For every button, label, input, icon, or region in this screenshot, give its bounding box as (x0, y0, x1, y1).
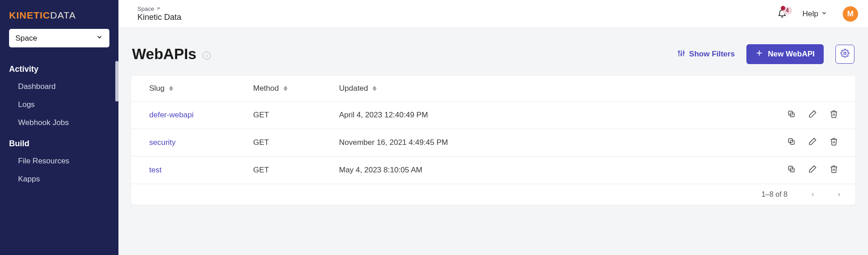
help-label: Help (802, 9, 818, 19)
edit-icon[interactable] (808, 110, 817, 121)
show-filters-button[interactable]: Show Filters (677, 49, 735, 60)
sort-icon (169, 86, 173, 91)
sort-icon (373, 86, 377, 91)
page-content: WebAPIs i Show Filters New WebAPI (118, 28, 868, 255)
svg-marker-13 (283, 88, 288, 91)
next-page-button[interactable] (836, 191, 842, 198)
column-header-method[interactable]: Method (253, 84, 288, 93)
webapi-method: GET (244, 157, 330, 184)
edit-icon[interactable] (808, 137, 817, 148)
sliders-icon (677, 49, 685, 60)
column-label-updated: Updated (339, 84, 368, 93)
webapi-slug-link[interactable]: security (149, 138, 176, 147)
sidebar: KINETICDATA Space Activity Dashboard Log… (0, 0, 118, 255)
pager (810, 191, 842, 198)
new-webapi-button[interactable]: New WebAPI (746, 44, 824, 64)
column-header-slug[interactable]: Slug (149, 84, 173, 93)
info-icon[interactable]: i (203, 51, 211, 60)
brand-part-1: KINETIC (9, 10, 50, 20)
svg-marker-12 (283, 86, 288, 88)
notifications-button[interactable]: 4 (777, 8, 787, 20)
chevron-down-icon (821, 9, 827, 19)
breadcrumb-parent[interactable]: Space (137, 5, 181, 12)
copy-icon[interactable] (787, 137, 796, 148)
space-selector[interactable]: Space (9, 29, 109, 47)
svg-point-9 (844, 52, 846, 55)
copy-icon[interactable] (787, 110, 796, 121)
svg-marker-10 (169, 86, 173, 88)
sidebar-item-file-resources[interactable]: File Resources (0, 152, 118, 170)
notification-count-badge: 4 (783, 7, 792, 14)
page-header: WebAPIs i Show Filters New WebAPI (130, 44, 856, 76)
sort-icon (283, 86, 288, 91)
webapi-slug-link[interactable]: defer-webapi (149, 111, 193, 119)
breadcrumb-parent-label: Space (137, 5, 154, 12)
avatar-initial: M (847, 9, 854, 19)
brand-part-2: DATA (50, 10, 76, 20)
page-title: WebAPIs (132, 46, 196, 63)
svg-marker-14 (373, 86, 377, 88)
external-link-icon (156, 5, 160, 12)
gear-icon (840, 49, 849, 60)
trash-icon[interactable] (830, 110, 838, 121)
space-selector-label: Space (15, 34, 37, 43)
sidebar-item-dashboard[interactable]: Dashboard (0, 78, 118, 96)
table-footer: 1–8 of 8 (131, 184, 855, 205)
svg-point-6 (683, 52, 684, 53)
column-header-updated[interactable]: Updated (339, 84, 377, 93)
top-header: Space Kinetic Data 4 Help M (118, 0, 868, 28)
svg-point-4 (679, 51, 680, 52)
avatar[interactable]: M (843, 6, 858, 22)
edit-icon[interactable] (808, 165, 817, 176)
sidebar-section-activity: Activity (0, 57, 118, 78)
svg-line-0 (157, 8, 159, 9)
new-webapi-label: New WebAPI (768, 50, 815, 59)
webapis-table: Slug Method (131, 76, 855, 184)
settings-button[interactable] (835, 45, 854, 64)
show-filters-label: Show Filters (689, 50, 735, 59)
breadcrumb: Space Kinetic Data (137, 5, 181, 22)
chevron-down-icon (96, 33, 103, 43)
prev-page-button[interactable] (810, 191, 816, 198)
webapi-updated: May 4, 2023 8:10:05 AM (330, 157, 765, 184)
webapi-updated: April 4, 2023 12:40:49 PM (330, 102, 765, 129)
table-row: defer-webapiGETApril 4, 2023 12:40:49 PM (131, 102, 855, 129)
breadcrumb-current: Kinetic Data (137, 13, 181, 22)
column-label-method: Method (253, 84, 279, 93)
table-row: securityGETNovember 16, 2021 4:49:45 PM (131, 129, 855, 157)
pagination-range: 1–8 of 8 (761, 190, 788, 199)
svg-marker-11 (169, 88, 173, 91)
trash-icon[interactable] (830, 137, 838, 148)
sidebar-item-webhook-jobs[interactable]: Webhook Jobs (0, 114, 118, 132)
svg-point-5 (681, 54, 682, 55)
copy-icon[interactable] (787, 165, 796, 176)
page-title-wrap: WebAPIs i (132, 46, 211, 63)
webapis-table-card: Slug Method (131, 76, 855, 205)
webapi-method: GET (244, 129, 330, 157)
column-label-slug: Slug (149, 84, 165, 93)
help-menu[interactable]: Help (802, 9, 827, 19)
sidebar-item-logs[interactable]: Logs (0, 96, 118, 114)
plus-icon (755, 49, 763, 59)
page-actions: Show Filters New WebAPI (677, 44, 854, 64)
sidebar-item-kapps[interactable]: Kapps (0, 170, 118, 188)
main-area: Space Kinetic Data 4 Help M (118, 0, 868, 255)
table-row: testGETMay 4, 2023 8:10:05 AM (131, 157, 855, 184)
header-actions: 4 Help M (777, 6, 858, 22)
brand-logo: KINETICDATA (0, 0, 118, 29)
trash-icon[interactable] (830, 165, 838, 176)
svg-marker-15 (373, 88, 377, 91)
webapi-method: GET (244, 102, 330, 129)
webapi-slug-link[interactable]: test (149, 166, 161, 174)
sidebar-section-build: Build (0, 132, 118, 152)
webapi-updated: November 16, 2021 4:49:45 PM (330, 129, 765, 157)
